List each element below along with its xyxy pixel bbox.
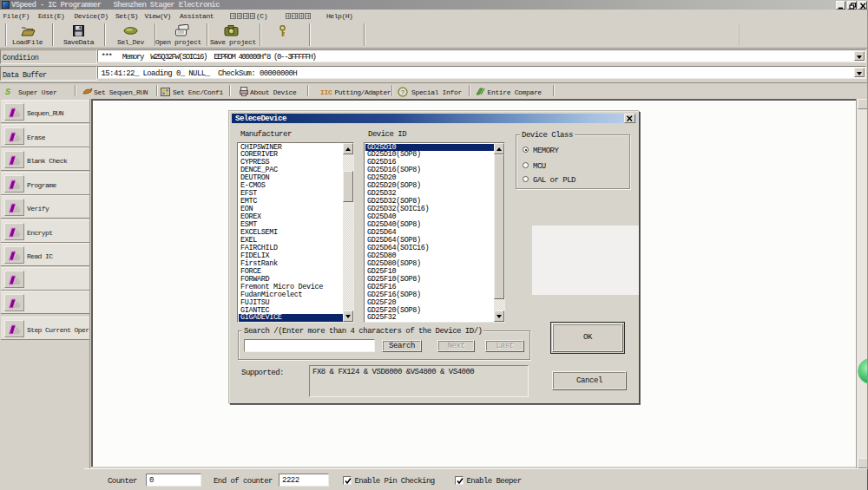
svg-text:?: ? (401, 88, 405, 95)
